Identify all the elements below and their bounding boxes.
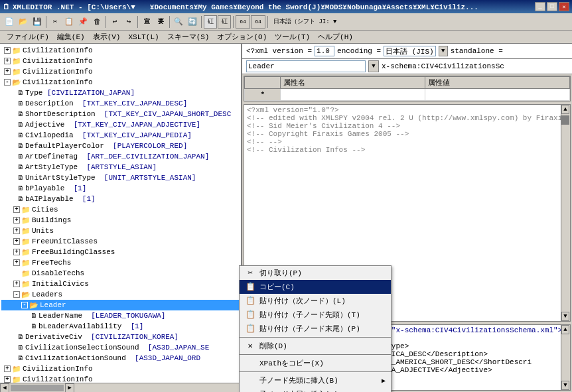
open-button[interactable]: 📂	[17, 15, 30, 29]
replace-button[interactable]: 🔄	[186, 15, 199, 29]
leader-input[interactable]	[246, 60, 366, 72]
scroll-thumb[interactable]	[11, 385, 64, 391]
scroll-down[interactable]: ▼	[561, 312, 569, 321]
new-button[interactable]: 📄	[3, 15, 16, 29]
validate-button[interactable]: 宣	[140, 15, 153, 29]
menu-tools[interactable]: ツール(T)	[271, 31, 314, 42]
tree-item-desc[interactable]: 🗎 Description [TXT_KEY_CIV_JAPAN_DESC]	[1, 98, 240, 109]
find-button[interactable]: 🔍	[172, 15, 185, 29]
xpath2-button[interactable]: 矼	[218, 15, 231, 29]
tree-item-buildings[interactable]: + 📁 Buildings	[1, 215, 240, 226]
menu-schema[interactable]: スキーマ(S)	[163, 31, 214, 42]
expand-icon[interactable]: -	[21, 302, 28, 308]
leader-dropdown[interactable]: ▼	[368, 60, 379, 72]
ctx-delete[interactable]: ✕ 削除(D)	[240, 339, 391, 353]
table-row[interactable]: *	[245, 89, 570, 101]
scroll-right[interactable]: ▶	[65, 383, 74, 393]
tree-item-civilopedia[interactable]: 🗎 Civilopedia [TXT_KEY_CIV_JAPAN_PEDIA]	[1, 130, 240, 141]
tree-item-leaders[interactable]: - 📂 Leaders	[1, 289, 240, 300]
version-input[interactable]	[315, 46, 334, 56]
expand-icon[interactable]: +	[4, 58, 11, 64]
tree-item-civ3[interactable]: + 📁 CivilizationInfo	[1, 66, 240, 77]
cut-button[interactable]: ✂	[48, 15, 62, 29]
tree-item-unitartstyle[interactable]: 🗎 UnitArtStyleType [UNIT_ARTSTYLE_ASIAN]	[1, 172, 240, 183]
menu-help[interactable]: ヘルプ(H)	[314, 31, 357, 42]
expand-icon[interactable]: -	[4, 79, 11, 86]
expand-icon[interactable]: -	[13, 291, 20, 298]
encoding-dropdown[interactable]: ▼	[439, 46, 448, 56]
tree-item-units[interactable]: + 📁 Units	[1, 226, 240, 236]
tree-item-civselection[interactable]: 🗎 CivilizationSelectionSound [AS3D_JAPAN…	[1, 342, 240, 353]
menu-file[interactable]: ファイル(F)	[3, 31, 53, 42]
minimize-button[interactable]: _	[535, 2, 545, 11]
tree-item-type[interactable]: 🗎 Type [CIVILIZATION_JAPAN]	[1, 88, 240, 98]
expand-icon[interactable]: +	[13, 217, 20, 224]
maximize-button[interactable]: □	[547, 2, 557, 11]
save-button[interactable]: 💾	[31, 15, 44, 29]
expand-icon[interactable]: +	[4, 376, 11, 383]
tree-item-freeunit[interactable]: + 📁 FreeUnitClasses	[1, 236, 240, 247]
menu-options[interactable]: オプション(O)	[213, 31, 271, 42]
copy-button[interactable]: 📋	[62, 15, 76, 29]
close-button[interactable]: ✕	[559, 2, 569, 11]
expand-icon[interactable]: +	[13, 259, 20, 266]
tree-item-leadername[interactable]: 🗎 LeaderName [LEADER_TOKUGAWA]	[1, 310, 240, 321]
tree-area[interactable]: + 📁 CivilizationInfo + 📁 CivilizationInf…	[0, 44, 241, 383]
redo-button[interactable]: ↪	[122, 15, 135, 29]
scroll-left[interactable]: ◀	[0, 383, 9, 393]
h-scrollbar[interactable]: ◀ ▶	[0, 383, 241, 392]
tree-item-freebuilding[interactable]: + 📁 FreeBuildingClasses	[1, 247, 240, 257]
menu-xslt[interactable]: XSLT(L)	[124, 33, 163, 42]
undo-button[interactable]: ↩	[108, 15, 121, 29]
tree-item-civaction[interactable]: 🗎 CivilizationActionSound [AS3D_JAPAN_OR…	[1, 353, 240, 363]
expand-icon[interactable]: +	[4, 47, 11, 54]
tree-item-baiplayable[interactable]: 🗎 bAIPlayable [1]	[1, 194, 240, 204]
ctx-paste-last[interactable]: 📋 貼り付け（子ノード末尾）(P)	[240, 322, 391, 336]
tree-item-shortdesc[interactable]: 🗎 ShortDescription [TXT_KEY_CIV_JAPAN_SH…	[1, 109, 240, 119]
scroll-v-thumb[interactable]	[561, 115, 569, 125]
tree-item-adjective[interactable]: 🗎 Adjective [TXT_KEY_CIV_JAPAN_ADJECTIVE…	[1, 119, 240, 130]
xpath-button[interactable]: 矼	[204, 15, 217, 29]
b64-button[interactable]: 64	[236, 15, 250, 29]
ctx-cut[interactable]: ✂ 切り取り(P)	[240, 266, 391, 280]
tree-item-bplayable[interactable]: 🗎 bPlayable [1]	[1, 183, 240, 194]
scroll-up2[interactable]: ▲	[561, 325, 569, 334]
ctx-insert-first[interactable]: 子ノード先頭に挿入(B) ▶	[240, 373, 391, 387]
tree-item-playercolor[interactable]: 🗎 DefaultPlayerColor [PLAYERCOLOR_RED]	[1, 141, 240, 151]
lang-button[interactable]: 日本語（シフト JI: ▼	[270, 15, 340, 29]
expand-icon[interactable]: +	[13, 281, 20, 287]
bottom-v-scrollbar[interactable]: ▲ ▼	[561, 325, 570, 390]
tree-item-civ2[interactable]: + 📁 CivilizationInfo	[1, 56, 240, 66]
ctx-paste-next[interactable]: 📋 貼り付け（次ノード）(L)	[240, 294, 391, 308]
scroll-up[interactable]: ▲	[561, 105, 569, 114]
tree-item-derivativeciv[interactable]: 🗎 DerivativeCiv [CIVILIZATION_KOREA]	[1, 332, 240, 342]
tree-item-artstyle[interactable]: 🗎 ArtStyleType [ARTSTYLE_ASIAN]	[1, 162, 240, 172]
expand-icon[interactable]: +	[4, 365, 11, 372]
scroll-down2[interactable]: ▼	[561, 381, 569, 390]
tree-item-artdefinetag[interactable]: 🗎 ArtDefineTag [ART_DEF_CIVILIZATION_JAP…	[1, 151, 240, 162]
tree-item-leaderavail[interactable]: 🗎 bLeaderAvailability [1]	[1, 321, 240, 332]
tree-item-civ4[interactable]: - 📂 CivilizationInfo	[1, 77, 240, 88]
expand-icon[interactable]: +	[4, 68, 11, 75]
ctx-insert-last[interactable]: 子ノード末尾に挿入(A) ▶	[240, 387, 391, 392]
tree-item-civ1[interactable]: + 📁 CivilizationInfo	[1, 45, 240, 56]
attr-value-cell[interactable]	[425, 89, 570, 101]
v-scrollbar[interactable]: ▲ ▼	[561, 105, 570, 321]
menu-view[interactable]: 表示(V)	[89, 31, 125, 42]
encoding-value[interactable]: 日本語 (JIS)	[384, 46, 436, 56]
tree-item-civ6[interactable]: + 📁 CivilizationInfo	[1, 374, 240, 383]
expand-icon[interactable]: +	[13, 238, 20, 245]
menu-edit[interactable]: 編集(E)	[53, 31, 89, 42]
delete-button[interactable]: 🗑	[90, 15, 104, 29]
xslt-button[interactable]: 要	[154, 15, 167, 29]
expand-icon[interactable]: +	[13, 228, 20, 234]
attr-name-cell[interactable]	[281, 89, 425, 101]
b64d-button[interactable]: 64	[251, 15, 265, 29]
paste-button[interactable]: 📌	[76, 15, 90, 29]
expand-icon[interactable]: +	[13, 249, 20, 255]
ctx-paste-first[interactable]: 📋 貼り付け（子ノード先頭）(T)	[240, 308, 391, 322]
tree-item-civ5[interactable]: + 📁 CivilizationInfo	[1, 363, 240, 374]
tree-item-freetechs[interactable]: + 📁 FreeTechs	[1, 257, 240, 268]
tree-item-disabletechs[interactable]: 📁 DisableTechs	[1, 268, 240, 279]
ctx-xpath-copy[interactable]: XPathをコピー(X)	[240, 356, 391, 370]
